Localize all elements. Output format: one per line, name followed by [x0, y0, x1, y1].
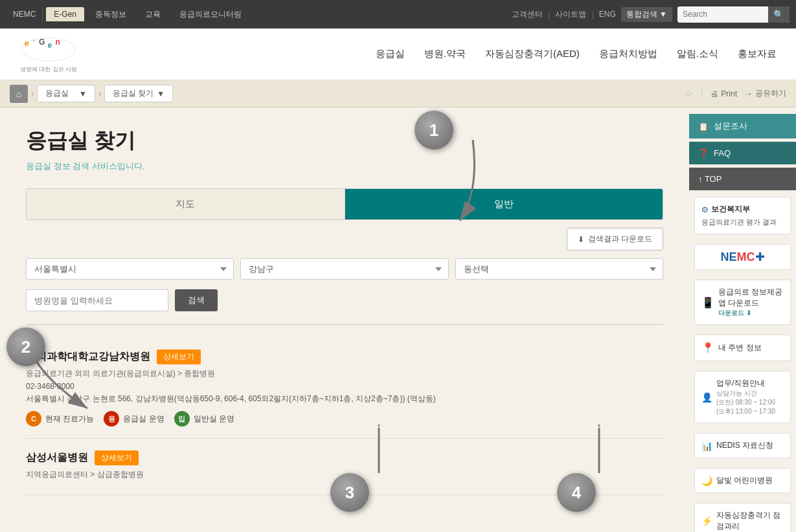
sidebar-welfare-title: ⊙ 보건복지부	[701, 204, 784, 215]
sidebar-survey[interactable]: 📋 설문조사	[689, 114, 796, 139]
tab-map[interactable]: 지도	[27, 189, 345, 219]
svg-text:e: e	[25, 38, 30, 47]
hospital-badges-1: C 현재 진료가능 응 응급실 운영 입 일반실 운영	[26, 411, 663, 427]
top-link-sitemap[interactable]: 사이트맵	[555, 9, 586, 20]
page-subtitle: 응급실 정보 검색 서비스입니다.	[26, 161, 663, 172]
sidebar-top[interactable]: ↑ TOP	[689, 168, 796, 190]
hospital-type-1: 응급의료기관 외의 의료기관(응급의료시설) > 종합병원	[26, 368, 663, 379]
menu-item-firstaid[interactable]: 응급처치방법	[599, 45, 657, 63]
top-bar-tab-poison[interactable]: 중독정보	[87, 6, 134, 23]
hospital-phone-1: 02-3468-3000	[26, 382, 663, 391]
top-link-customer[interactable]: 고객센터	[512, 9, 543, 20]
hospital-detail-btn-1[interactable]: 상세보기	[157, 349, 201, 364]
search-button[interactable]: 🔍	[768, 6, 790, 23]
top-bar-tab-monitor[interactable]: 응급의료모니터링	[172, 6, 249, 23]
hospital-type-2: 지역응급의료센터 > 삼급종합병원	[26, 469, 663, 480]
sidebar: 📋 설문조사 ❓ FAQ ↑ TOP ⊙ 보건복지부 응급의료기관 평가 결과 …	[689, 107, 796, 532]
search-input-wrap: 🔍	[677, 6, 790, 23]
hospital-name-2: 삼성서울병원	[26, 451, 88, 465]
breadcrumb-bookmark[interactable]: ☆	[684, 87, 693, 100]
badge-er-open: 응 응급실 운영	[104, 411, 164, 427]
main-nav: e · G e n 생명에 대한 깊은 사랑 응급실 병원.약국 자동심장충격기…	[0, 28, 796, 80]
district-select[interactable]: 강남구 강동구	[240, 258, 448, 280]
sidebar-nedis[interactable]: 📊 NEDIS 자료신청	[694, 433, 791, 458]
breadcrumb-print[interactable]: 🖨 Print	[711, 89, 737, 98]
breadcrumb-share[interactable]: → 공유하기	[745, 88, 786, 99]
sidebar-moonlight[interactable]: 🌙 달빛 어린이병원	[694, 468, 791, 493]
svg-text:G: G	[39, 38, 45, 47]
download-row: ⬇ 검색결과 다운로드	[26, 220, 663, 258]
top-bar: NEMC E-Gen 중독정보 교육 응급의료모니터링 고객센터 | 사이트맵 …	[0, 0, 796, 28]
sidebar-welfare-card: ⊙ 보건복지부 응급의료기관 평가 결과	[694, 197, 791, 234]
breadcrumb-right: ☆ | 🖨 Print → 공유하기	[684, 87, 786, 100]
menu-item-er[interactable]: 응급실	[376, 45, 405, 63]
top-bar-tab-egen[interactable]: E-Gen	[46, 7, 84, 21]
badge-current-care: C 현재 진료가능	[26, 411, 94, 427]
badge-icon-ward: 입	[174, 411, 190, 427]
sidebar-faq[interactable]: ❓ FAQ	[689, 142, 796, 164]
sidebar-staff[interactable]: 👤 업무/직원안내 상담가능 시간 (오전) 08:30 ~ 12:00 (오후…	[694, 371, 791, 423]
main-content: 1 2 3 4 응급실 찾기 응급실 정보 검색 서비스입니다.	[0, 107, 689, 532]
breadcrumb-home[interactable]: ⌂	[10, 85, 28, 103]
menu-item-pr[interactable]: 홍보자료	[738, 45, 777, 63]
hospital-detail-btn-2[interactable]: 상세보기	[95, 450, 139, 465]
logo-image: e · G e n	[19, 35, 78, 64]
badge-icon-care: C	[26, 411, 41, 427]
menu-item-aed[interactable]: 자동심장충격기(AED)	[485, 45, 580, 63]
badge-icon-er: 응	[104, 411, 119, 427]
hospital-name-row: 차의과학대학교강남차병원 상세보기	[26, 349, 663, 364]
hospital-address-1: 서울특별시 강남구 논현로 566, 강남차병원(역삼동650-9, 606-4…	[26, 393, 663, 405]
top-lang[interactable]: ENG	[599, 10, 616, 19]
city-select[interactable]: 서울특별시 부산광역시	[26, 258, 234, 280]
menu-item-news[interactable]: 알림.소식	[677, 45, 718, 63]
hospital-item-2: 삼성서울병원 상세보기 지역응급의료센터 > 삼급종합병원	[26, 439, 663, 495]
breadcrumb: ⌂ › 응급실 ▼ › 응급실 찾기 ▼ ☆ | 🖨 Print → 공유하기	[0, 80, 796, 107]
menu-item-hospital[interactable]: 병원.약국	[424, 45, 466, 63]
breadcrumb-er[interactable]: 응급실 ▼	[37, 85, 95, 102]
sidebar-aed[interactable]: ⚡ 자동심장충격기 점검과리	[694, 503, 791, 532]
search-input[interactable]	[677, 7, 768, 21]
sidebar-nearby[interactable]: 📍 내 주변 정보	[694, 335, 791, 361]
divider	[26, 324, 663, 325]
logo-tagline: 생명에 대한 깊은 사랑	[20, 65, 78, 74]
hospital-item: 차의과학대학교강남차병원 상세보기 응급의료기관 외의 의료기관(응급의료시설)…	[26, 338, 663, 439]
filter-row: 서울특별시 부산광역시 강남구 강동구 동선택 개포동	[26, 258, 663, 280]
content-wrapper: 1 2 3 4 응급실 찾기 응급실 정보 검색 서비스입니다.	[0, 107, 796, 532]
download-button[interactable]: ⬇ 검색결과 다운로드	[567, 228, 663, 250]
main-menu: 응급실 병원.약국 자동심장충격기(AED) 응급처치방법 알림.소식 홍보자료	[376, 45, 777, 63]
hospital-name-1: 차의과학대학교강남차병원	[26, 350, 150, 364]
top-bar-nemc[interactable]: NEMC	[6, 7, 43, 21]
top-bar-right: 고객센터 | 사이트맵 | ENG 통합검색 ▼ 🔍	[512, 6, 790, 23]
page-title: 응급실 찾기	[26, 127, 663, 155]
hospital-name-row-2: 삼성서울병원 상세보기	[26, 450, 663, 465]
sidebar-welfare-sub: 응급의료기관 평가 결과	[701, 217, 784, 227]
svg-text:·: ·	[33, 37, 35, 45]
search-combo[interactable]: 통합검색 ▼	[621, 7, 672, 22]
logo-area: e · G e n 생명에 대한 깊은 사랑	[19, 35, 78, 74]
tab-general[interactable]: 일반	[345, 189, 663, 219]
hospital-search-input[interactable]	[26, 289, 168, 311]
tab-container: 지도 일반	[26, 188, 663, 220]
dong-select[interactable]: 동선택 개포동	[455, 258, 663, 280]
sidebar-app-download[interactable]: 📱 응급의료 정보제공 앱 다운로드 다운로드 ⬇	[694, 280, 791, 325]
svg-text:e: e	[48, 40, 52, 49]
badge-ward-open: 입 일반실 운영	[174, 411, 234, 427]
svg-text:n: n	[56, 38, 60, 47]
search-row: 검색	[26, 289, 663, 311]
sidebar-nemc[interactable]: NE MC ✚	[694, 244, 791, 270]
top-bar-tab-edu[interactable]: 교육	[137, 6, 168, 23]
hospital-search-button[interactable]: 검색	[175, 289, 218, 311]
breadcrumb-er-find[interactable]: 응급실 찾기 ▼	[104, 85, 173, 102]
